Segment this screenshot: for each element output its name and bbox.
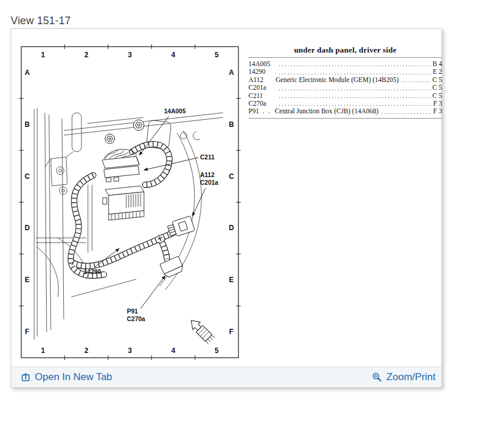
legend-code: C270a xyxy=(248,100,276,107)
legend-row: 14A005 B 4 xyxy=(248,60,442,68)
legend-row: P91 . . Central Junction Box (CJB) (14A0… xyxy=(248,107,442,115)
grid-row-label: F xyxy=(25,328,29,336)
legend-row: C211 C 5 xyxy=(248,92,442,100)
legend-row: 14290 E 2 xyxy=(248,68,442,76)
legend-dot-leader xyxy=(278,89,430,91)
grid-col-label: 1 xyxy=(41,346,45,355)
legend-grid-ref: C 5 xyxy=(433,84,442,91)
grid-col-label: 4 xyxy=(171,51,175,59)
callout-14290: 14290 xyxy=(84,268,101,275)
legend-code: C201a xyxy=(248,84,276,91)
grid-col-label: 3 xyxy=(128,346,132,355)
grid-row-label: C xyxy=(229,172,234,181)
callout-c211: C211 xyxy=(200,153,215,161)
legend-row: A112 Generic Electronic Module (GEM) (14… xyxy=(248,76,442,84)
legend-grid-ref: C 5 xyxy=(433,92,442,100)
legend-code: C211 xyxy=(248,92,276,100)
legend-code: A112 xyxy=(248,76,276,84)
grid-col-label: 5 xyxy=(215,51,219,59)
view-direction-arrow-icon xyxy=(187,316,215,344)
grid-row-label: B xyxy=(25,120,30,129)
bolt-icon xyxy=(105,134,114,143)
callout-p91: P91 xyxy=(127,308,138,315)
legend-bottom-rule xyxy=(248,118,442,119)
legend-dot-leader xyxy=(278,97,430,99)
a112-connector xyxy=(166,216,195,238)
wiring-diagram: 1 2 3 4 5 1 2 3 4 5 A B C D E F A B xyxy=(17,43,241,362)
legend-dot-leader xyxy=(278,65,430,67)
grid-row-label: E xyxy=(25,276,30,284)
panel-footer: Open In New Tab Zoom/Print xyxy=(11,367,441,387)
legend-desc: Generic Electronic Module (GEM) (14B205) xyxy=(276,76,398,84)
grid-col-label: 2 xyxy=(84,51,89,59)
body-structure-lines xyxy=(34,108,223,339)
grid-row-label: A xyxy=(229,68,234,77)
legend-title: under dash panel, driver side xyxy=(248,45,442,55)
lower-connector-stack xyxy=(103,186,144,220)
callout-c201a: C201a xyxy=(200,179,218,186)
grid-col-label: 2 xyxy=(84,346,89,355)
grid-col-label: 1 xyxy=(41,51,45,59)
legend-top-rule xyxy=(248,57,442,58)
page-title: View 151-17 xyxy=(11,15,71,27)
legend-row: C201a C 5 xyxy=(248,84,442,91)
open-in-new-tab-icon xyxy=(21,372,31,382)
grid-col-label: 5 xyxy=(215,346,219,355)
grid-row-label: A xyxy=(25,68,30,77)
legend-code: 14290 xyxy=(248,68,276,76)
zoom-print-label: Zoom/Print xyxy=(387,371,436,383)
legend-pre-dots: . . xyxy=(263,107,275,115)
zoom-icon xyxy=(372,372,382,382)
zoom-print-link[interactable]: Zoom/Print xyxy=(372,371,436,383)
open-in-new-tab-label: Open In New Tab xyxy=(35,371,112,383)
legend-grid-ref: C 5 xyxy=(433,76,442,84)
legend-desc: Central Junction Box (CJB) (14A068) xyxy=(275,107,379,115)
grid-col-label: 3 xyxy=(128,51,132,59)
open-in-new-tab-link[interactable]: Open In New Tab xyxy=(21,371,112,383)
grid-col-label: 4 xyxy=(171,346,175,355)
legend-grid-ref: B 4 xyxy=(433,60,442,68)
service-manual-view-page: View 151-17 1 2 3 4 xyxy=(0,0,504,425)
grid-row-label: B xyxy=(229,120,234,129)
legend-code: 14A005 xyxy=(248,60,276,68)
grid-row-label: D xyxy=(25,224,30,232)
callout-a112: A112 xyxy=(200,171,215,178)
legend: under dash panel, driver side 14A005 B 4… xyxy=(248,45,443,120)
grid-row-label: D xyxy=(229,224,234,232)
callout-c270a: C270a xyxy=(127,315,145,322)
legend-code: P91 xyxy=(248,107,263,115)
diagram-panel: 1 2 3 4 5 1 2 3 4 5 A B C D E F A B xyxy=(11,28,442,388)
legend-dot-leader xyxy=(278,73,430,75)
bolt-icon xyxy=(133,120,144,130)
grid-row-label: F xyxy=(229,328,233,336)
p91-connector xyxy=(160,256,185,279)
legend-rows: 14A005 B 4 14290 E 2 A112 Generic Electr… xyxy=(248,60,442,117)
grid-row-label: C xyxy=(25,172,30,181)
legend-row: C270a F 3 xyxy=(248,100,442,107)
legend-grid-ref: F 3 xyxy=(433,100,442,107)
legend-dot-leader xyxy=(381,113,431,115)
grid-row-label: E xyxy=(229,276,234,284)
legend-grid-ref: E 2 xyxy=(433,68,442,76)
callout-14a005: 14A005 xyxy=(164,107,186,115)
legend-dot-leader xyxy=(278,104,431,106)
legend-dot-leader xyxy=(401,81,430,83)
legend-grid-ref: F 3 xyxy=(433,107,442,115)
